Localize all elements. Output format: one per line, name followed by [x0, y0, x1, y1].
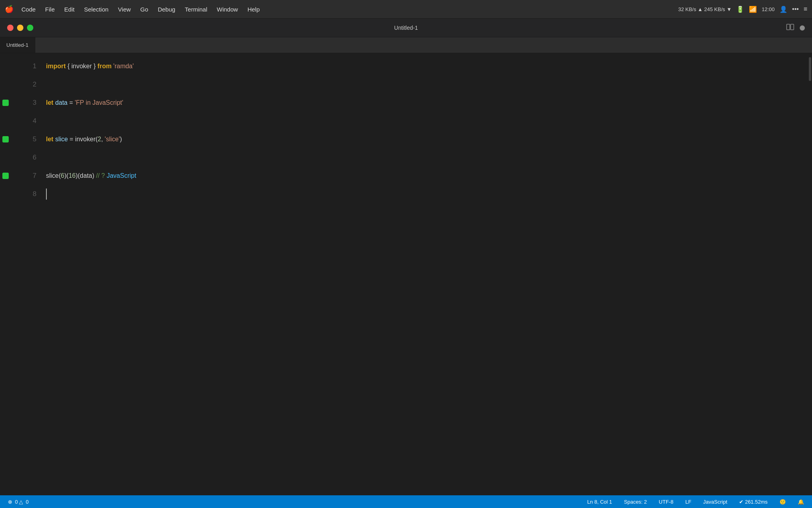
- code-line-4: [46, 112, 808, 130]
- language-mode[interactable]: JavaScript: [701, 498, 730, 506]
- paren-7b: )(: [64, 172, 69, 179]
- svg-rect-1: [791, 24, 794, 30]
- vertical-scrollbar[interactable]: [808, 53, 812, 495]
- more-icon[interactable]: •••: [792, 6, 799, 13]
- menu-help[interactable]: Help: [243, 4, 264, 14]
- code-content[interactable]: import { invoker } from 'ramda' let data…: [43, 53, 808, 495]
- split-editor-icon[interactable]: [786, 24, 794, 32]
- code-line-8: [46, 185, 808, 203]
- titlebar: Untitled-1: [0, 19, 812, 37]
- var-data: data: [55, 99, 67, 106]
- paren-5b: ): [120, 136, 122, 143]
- scrollbar-thumb[interactable]: [809, 57, 811, 81]
- line-num-6: 6: [33, 148, 36, 167]
- timing: ✔ 261.52ms: [737, 498, 770, 506]
- close-button[interactable]: [7, 25, 13, 31]
- menu-file[interactable]: File: [41, 4, 59, 14]
- string-fp: 'FP in JavaScript': [75, 99, 123, 106]
- error-count[interactable]: ⊗ 0 △ 0: [6, 498, 31, 506]
- punc-2: }: [92, 63, 98, 70]
- line-num-7: 7: [33, 167, 36, 185]
- menubar: 🍎 Code File Edit Selection View Go Debug…: [0, 0, 812, 19]
- assign-5: =: [68, 136, 75, 143]
- code-line-2: [46, 75, 808, 94]
- feedback-icon[interactable]: 🙂: [777, 498, 788, 506]
- error-icon: ⊗: [8, 499, 12, 505]
- keyword-let-3: let: [46, 99, 54, 106]
- code-line-1: import { invoker } from 'ramda': [46, 57, 808, 75]
- eol-type[interactable]: LF: [683, 498, 693, 506]
- user-icon: 👤: [779, 6, 787, 13]
- menu-view[interactable]: View: [114, 4, 135, 14]
- breakpoint-3[interactable]: [2, 94, 9, 112]
- notification-icon[interactable]: 🔔: [795, 498, 806, 506]
- window-title: Untitled-1: [394, 25, 418, 31]
- breakpoints-gutter: [0, 53, 11, 495]
- menu-selection[interactable]: Selection: [80, 4, 113, 14]
- comma-5: ,: [101, 136, 105, 143]
- svg-rect-0: [787, 24, 790, 30]
- id-invoker: invoker: [71, 63, 92, 70]
- wifi-icon: 📶: [749, 6, 757, 13]
- editor-area[interactable]: 1 2 3 4 5 6 7 8 import { invoker } from …: [0, 53, 812, 495]
- tab-bar: Untitled-1: [0, 37, 812, 53]
- battery-icon: 🔋: [736, 6, 744, 13]
- menu-code[interactable]: Code: [17, 4, 40, 14]
- statusbar: ⊗ 0 △ 0 Ln 8, Col 1 Spaces: 2 UTF-8 LF J…: [0, 495, 812, 508]
- list-icon[interactable]: ≡: [804, 6, 807, 13]
- menu-go[interactable]: Go: [136, 4, 152, 14]
- maximize-button[interactable]: [27, 25, 33, 31]
- indentation[interactable]: Spaces: 2: [622, 498, 649, 506]
- call-slice-7: slice(: [46, 172, 61, 179]
- num-6: 6: [61, 172, 64, 179]
- var-slice: slice: [55, 136, 68, 143]
- keyword-let-5: let: [46, 136, 54, 143]
- menu-debug[interactable]: Debug: [154, 4, 179, 14]
- fn-invoker: invoker: [75, 136, 96, 143]
- apple-menu[interactable]: 🍎: [5, 5, 13, 13]
- encoding[interactable]: UTF-8: [657, 498, 676, 506]
- num-2: 2: [98, 136, 101, 143]
- assign-3: =: [67, 99, 75, 106]
- cursor: [46, 189, 47, 200]
- warning-icon: △: [19, 499, 23, 505]
- breakpoint-7[interactable]: [2, 167, 9, 185]
- line-num-5: 5: [33, 130, 36, 148]
- keyword-import: import: [46, 63, 66, 70]
- line-num-4: 4: [33, 112, 36, 130]
- unsaved-indicator: [800, 25, 805, 31]
- minimize-button[interactable]: [17, 25, 23, 31]
- comment-7: // ?: [96, 172, 107, 179]
- line-num-2: 2: [33, 75, 36, 94]
- string-ramda: 'ramda': [113, 63, 134, 70]
- menu-window[interactable]: Window: [213, 4, 242, 14]
- line-num-1: 1: [33, 57, 36, 75]
- cursor-position[interactable]: Ln 8, Col 1: [585, 498, 615, 506]
- line-num-3: 3: [33, 94, 36, 112]
- network-stats: 32 KB/s ▲ 245 KB/s ▼: [678, 6, 732, 12]
- result-value: JavaScript: [107, 172, 136, 179]
- code-line-7: slice( 6 )( 16 )(data) // ? JavaScript: [46, 167, 808, 185]
- tab-untitled-1[interactable]: Untitled-1: [0, 37, 35, 53]
- code-line-5: let slice = invoker ( 2 , 'slice' ): [46, 130, 808, 148]
- punc-1: {: [66, 63, 71, 70]
- keyword-from: from: [98, 63, 112, 70]
- string-slice: 'slice': [105, 136, 120, 143]
- menu-edit[interactable]: Edit: [60, 4, 79, 14]
- breakpoint-5[interactable]: [2, 130, 9, 148]
- menu-terminal[interactable]: Terminal: [181, 4, 211, 14]
- line-num-8: 8: [33, 185, 36, 203]
- num-16: 16: [69, 172, 76, 179]
- code-line-6: [46, 148, 808, 167]
- code-line-3: let data = 'FP in JavaScript': [46, 94, 808, 112]
- paren-7c: )(data): [76, 172, 96, 179]
- line-numbers: 1 2 3 4 5 6 7 8: [11, 53, 43, 495]
- editor-wrapper: Untitled-1: [0, 37, 812, 495]
- clock: 12:00: [762, 6, 775, 12]
